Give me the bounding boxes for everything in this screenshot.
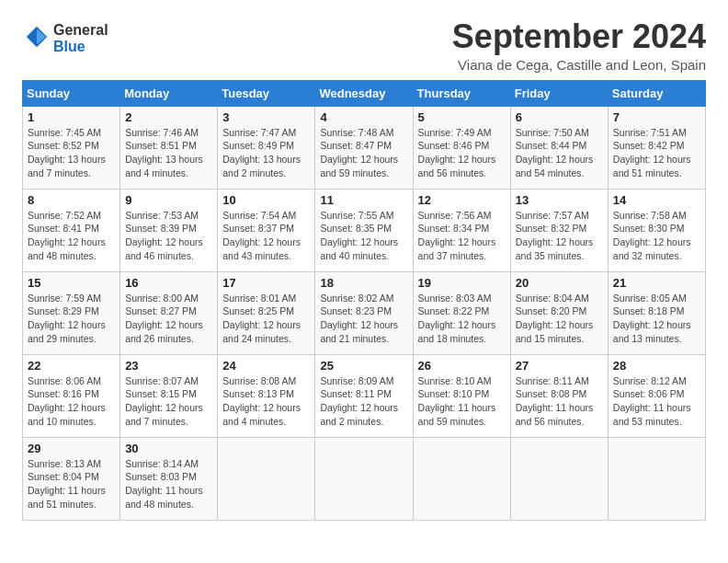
calendar-cell <box>510 437 608 520</box>
day-number: 6 <box>516 110 603 124</box>
calendar-week-3: 15Sunrise: 7:59 AMSunset: 8:29 PMDayligh… <box>23 271 706 354</box>
calendar-cell: 15Sunrise: 7:59 AMSunset: 8:29 PMDayligh… <box>23 271 120 354</box>
calendar-body: 1Sunrise: 7:45 AMSunset: 8:52 PMDaylight… <box>23 106 706 520</box>
day-number: 27 <box>516 359 603 373</box>
day-number: 9 <box>125 193 212 207</box>
day-number: 21 <box>613 276 700 290</box>
calendar-cell: 9Sunrise: 7:53 AMSunset: 8:39 PMDaylight… <box>120 189 218 271</box>
day-info: Sunrise: 8:10 AMSunset: 8:10 PMDaylight:… <box>418 374 506 429</box>
calendar-cell <box>608 437 705 520</box>
day-info: Sunrise: 7:51 AMSunset: 8:42 PMDaylight:… <box>613 126 700 180</box>
day-info: Sunrise: 8:12 AMSunset: 8:06 PMDaylight:… <box>613 374 700 429</box>
calendar-cell: 20Sunrise: 8:04 AMSunset: 8:20 PMDayligh… <box>510 271 608 354</box>
calendar-cell: 19Sunrise: 8:03 AMSunset: 8:22 PMDayligh… <box>413 271 510 354</box>
day-info: Sunrise: 7:53 AMSunset: 8:39 PMDaylight:… <box>125 209 212 263</box>
day-info: Sunrise: 8:04 AMSunset: 8:20 PMDaylight:… <box>516 292 603 346</box>
day-info: Sunrise: 7:57 AMSunset: 8:32 PMDaylight:… <box>516 209 603 263</box>
calendar-cell: 4Sunrise: 7:48 AMSunset: 8:47 PMDaylight… <box>315 106 413 189</box>
calendar-cell: 3Sunrise: 7:47 AMSunset: 8:49 PMDaylight… <box>218 106 315 189</box>
calendar-cell: 25Sunrise: 8:09 AMSunset: 8:11 PMDayligh… <box>315 354 413 437</box>
page-header: General Blue September 2024 Viana de Ceg… <box>22 18 706 73</box>
calendar-cell: 1Sunrise: 7:45 AMSunset: 8:52 PMDaylight… <box>23 106 120 189</box>
day-info: Sunrise: 7:45 AMSunset: 8:52 PMDaylight:… <box>28 126 115 180</box>
day-number: 26 <box>418 359 506 373</box>
day-info: Sunrise: 8:09 AMSunset: 8:11 PMDaylight:… <box>320 374 407 429</box>
calendar-cell: 30Sunrise: 8:14 AMSunset: 8:03 PMDayligh… <box>120 437 218 520</box>
day-number: 7 <box>613 110 700 124</box>
calendar-cell <box>315 437 413 520</box>
day-number: 10 <box>222 193 310 207</box>
day-number: 18 <box>320 276 407 290</box>
calendar-cell: 12Sunrise: 7:56 AMSunset: 8:34 PMDayligh… <box>413 189 510 271</box>
day-number: 29 <box>28 442 115 455</box>
day-info: Sunrise: 7:46 AMSunset: 8:51 PMDaylight:… <box>125 126 212 180</box>
day-info: Sunrise: 8:13 AMSunset: 8:04 PMDaylight:… <box>28 457 115 511</box>
calendar-cell <box>413 437 510 520</box>
calendar-cell: 28Sunrise: 8:12 AMSunset: 8:06 PMDayligh… <box>608 354 705 437</box>
logo: General Blue <box>22 22 108 54</box>
day-info: Sunrise: 7:47 AMSunset: 8:49 PMDaylight:… <box>222 126 310 180</box>
calendar-table: SundayMondayTuesdayWednesdayThursdayFrid… <box>22 80 706 521</box>
day-info: Sunrise: 7:50 AMSunset: 8:44 PMDaylight:… <box>516 126 603 180</box>
weekday-header-friday: Friday <box>510 80 608 106</box>
day-info: Sunrise: 8:05 AMSunset: 8:18 PMDaylight:… <box>613 292 700 346</box>
day-number: 12 <box>418 193 506 207</box>
calendar-week-4: 22Sunrise: 8:06 AMSunset: 8:16 PMDayligh… <box>23 354 706 437</box>
day-number: 30 <box>125 442 212 455</box>
day-info: Sunrise: 8:01 AMSunset: 8:25 PMDaylight:… <box>222 292 310 346</box>
day-number: 1 <box>28 110 115 124</box>
calendar-cell: 24Sunrise: 8:08 AMSunset: 8:13 PMDayligh… <box>218 354 315 437</box>
calendar-week-5: 29Sunrise: 8:13 AMSunset: 8:04 PMDayligh… <box>23 437 706 520</box>
weekday-header-monday: Monday <box>120 80 218 106</box>
day-info: Sunrise: 8:08 AMSunset: 8:13 PMDaylight:… <box>222 374 310 429</box>
weekday-header-thursday: Thursday <box>413 80 510 106</box>
day-number: 2 <box>125 110 212 124</box>
weekday-header-saturday: Saturday <box>608 80 705 106</box>
calendar-cell: 27Sunrise: 8:11 AMSunset: 8:08 PMDayligh… <box>510 354 608 437</box>
day-number: 16 <box>125 276 212 290</box>
day-number: 22 <box>28 359 115 373</box>
day-number: 13 <box>516 193 603 207</box>
location-title: Viana de Cega, Castille and Leon, Spain <box>452 57 706 73</box>
day-info: Sunrise: 7:58 AMSunset: 8:30 PMDaylight:… <box>613 209 700 263</box>
calendar-cell: 7Sunrise: 7:51 AMSunset: 8:42 PMDaylight… <box>608 106 705 189</box>
calendar-cell: 16Sunrise: 8:00 AMSunset: 8:27 PMDayligh… <box>120 271 218 354</box>
logo-line2: Blue <box>53 39 108 55</box>
day-info: Sunrise: 8:14 AMSunset: 8:03 PMDaylight:… <box>125 457 212 511</box>
day-info: Sunrise: 7:48 AMSunset: 8:47 PMDaylight:… <box>320 126 407 180</box>
day-info: Sunrise: 8:07 AMSunset: 8:15 PMDaylight:… <box>125 374 212 429</box>
month-title: September 2024 <box>452 18 706 55</box>
day-info: Sunrise: 7:55 AMSunset: 8:35 PMDaylight:… <box>320 209 407 263</box>
day-info: Sunrise: 7:54 AMSunset: 8:37 PMDaylight:… <box>222 209 310 263</box>
calendar-cell: 26Sunrise: 8:10 AMSunset: 8:10 PMDayligh… <box>413 354 510 437</box>
calendar-cell <box>218 437 315 520</box>
day-info: Sunrise: 8:11 AMSunset: 8:08 PMDaylight:… <box>516 374 603 429</box>
day-number: 8 <box>28 193 115 207</box>
calendar-cell: 13Sunrise: 7:57 AMSunset: 8:32 PMDayligh… <box>510 189 608 271</box>
day-number: 3 <box>222 110 310 124</box>
calendar-cell: 8Sunrise: 7:52 AMSunset: 8:41 PMDaylight… <box>23 189 120 271</box>
calendar-cell: 18Sunrise: 8:02 AMSunset: 8:23 PMDayligh… <box>315 271 413 354</box>
calendar-cell: 22Sunrise: 8:06 AMSunset: 8:16 PMDayligh… <box>23 354 120 437</box>
calendar-cell: 14Sunrise: 7:58 AMSunset: 8:30 PMDayligh… <box>608 189 705 271</box>
weekday-header-sunday: Sunday <box>23 80 120 106</box>
day-info: Sunrise: 8:00 AMSunset: 8:27 PMDaylight:… <box>125 292 212 346</box>
day-number: 23 <box>125 359 212 373</box>
day-number: 17 <box>222 276 310 290</box>
weekday-header-row: SundayMondayTuesdayWednesdayThursdayFrid… <box>23 80 706 106</box>
day-number: 24 <box>222 359 310 373</box>
day-info: Sunrise: 8:03 AMSunset: 8:22 PMDaylight:… <box>418 292 506 346</box>
weekday-header-wednesday: Wednesday <box>315 80 413 106</box>
calendar-cell: 23Sunrise: 8:07 AMSunset: 8:15 PMDayligh… <box>120 354 218 437</box>
calendar-cell: 5Sunrise: 7:49 AMSunset: 8:46 PMDaylight… <box>413 106 510 189</box>
day-info: Sunrise: 7:59 AMSunset: 8:29 PMDaylight:… <box>28 292 115 346</box>
calendar-cell: 21Sunrise: 8:05 AMSunset: 8:18 PMDayligh… <box>608 271 705 354</box>
calendar-week-2: 8Sunrise: 7:52 AMSunset: 8:41 PMDaylight… <box>23 189 706 271</box>
calendar-week-1: 1Sunrise: 7:45 AMSunset: 8:52 PMDaylight… <box>23 106 706 189</box>
weekday-header-tuesday: Tuesday <box>218 80 315 106</box>
day-number: 19 <box>418 276 506 290</box>
day-number: 20 <box>516 276 603 290</box>
day-number: 15 <box>28 276 115 290</box>
day-number: 11 <box>320 193 407 207</box>
title-block: September 2024 Viana de Cega, Castille a… <box>452 18 706 73</box>
